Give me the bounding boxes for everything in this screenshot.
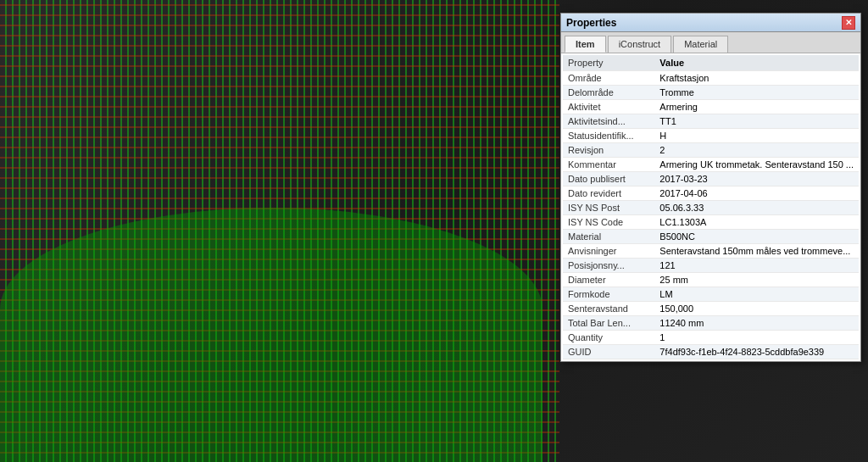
value-cell: 150,000 [654, 302, 859, 316]
property-cell: Dato revidert [563, 186, 654, 201]
value-cell: B500NC [654, 230, 859, 244]
table-row: Posisjonsnу...121 [563, 259, 859, 273]
table-row: Quantity1 [563, 331, 859, 345]
table-row: OmrådeKraftstasjon [563, 71, 859, 86]
table-row: KommentarArmering UK trommetak. Senterav… [563, 158, 859, 172]
panel-content: Property Value OmrådeKraftstasjonDelområ… [561, 53, 860, 361]
property-col-header: Property [563, 55, 654, 71]
value-cell: 2017-04-06 [654, 186, 859, 201]
table-row: AktivitetArmering [563, 100, 859, 114]
value-cell: LM [654, 287, 859, 302]
table-row: DelområdeTromme [563, 86, 859, 100]
property-cell: GUID [563, 345, 654, 359]
value-cell: 05.06.3.33 [654, 201, 859, 215]
table-row: ISY NS Post05.06.3.33 [563, 201, 859, 215]
table-row: FormkodeLM [563, 287, 859, 302]
property-cell: Senteravstand [563, 302, 654, 316]
value-cell: Senteravstand 150mm måles ved trommeve..… [654, 244, 859, 259]
tab-item[interactable]: Item [565, 36, 606, 53]
property-cell: Dato publisert [563, 172, 654, 186]
property-cell: Statusidentifik... [563, 129, 654, 143]
value-cell: 121 [654, 259, 859, 273]
close-button[interactable]: ✕ [842, 16, 855, 30]
green-structure [0, 208, 542, 462]
value-cell: H [654, 129, 859, 143]
value-cell: Armering [654, 100, 859, 114]
property-cell: Anvisninger [563, 244, 654, 259]
properties-table: Property Value OmrådeKraftstasjonDelområ… [563, 55, 859, 359]
table-row: Diameter25 mm [563, 273, 859, 287]
table-row: Statusidentifik...H [563, 129, 859, 143]
table-header-row: Property Value [563, 55, 859, 71]
value-cell: LC1.1303A [654, 215, 859, 230]
tab-iconstruct[interactable]: iConstruct [608, 36, 672, 53]
table-row: ISY NS CodeLC1.1303A [563, 215, 859, 230]
value-col-header: Value [654, 55, 859, 71]
table-row: Aktivitetsind...TT1 [563, 114, 859, 129]
value-cell: TT1 [654, 114, 859, 129]
viewport: Properties ✕ Item iConstruct Material Pr… [0, 0, 868, 462]
value-cell: Armering UK trommetak. Senteravstand 150… [654, 158, 859, 172]
properties-panel: Properties ✕ Item iConstruct Material Pr… [560, 13, 861, 362]
property-cell: Aktivitet [563, 100, 654, 114]
property-cell: Revisjon [563, 143, 654, 158]
property-cell: Material [563, 230, 654, 244]
value-cell: Kraftstasjon [654, 71, 859, 86]
value-cell: 7f4df93c-f1eb-4f24-8823-5cddbfa9e339 [654, 345, 859, 359]
table-row: GUID7f4df93c-f1eb-4f24-8823-5cddbfa9e339 [563, 345, 859, 359]
property-cell: Område [563, 71, 654, 86]
table-row: AnvisningerSenteravstand 150mm måles ved… [563, 244, 859, 259]
value-cell: 25 mm [654, 273, 859, 287]
panel-title: Properties [566, 17, 616, 29]
property-cell: Diameter [563, 273, 654, 287]
property-cell: Aktivitetsind... [563, 114, 654, 129]
value-cell: 2 [654, 143, 859, 158]
table-row: Revisjon2 [563, 143, 859, 158]
value-cell: Tromme [654, 86, 859, 100]
panel-titlebar: Properties ✕ [561, 14, 860, 32]
table-row: Dato publisert2017-03-23 [563, 172, 859, 186]
property-cell: Kommentar [563, 158, 654, 172]
property-cell: Quantity [563, 331, 654, 345]
property-cell: Formkode [563, 287, 654, 302]
table-row: Senteravstand150,000 [563, 302, 859, 316]
property-cell: Delområde [563, 86, 654, 100]
panel-tabs: Item iConstruct Material [561, 32, 860, 53]
value-cell: 2017-03-23 [654, 172, 859, 186]
value-cell: 1 [654, 331, 859, 345]
table-row: MaterialB500NC [563, 230, 859, 244]
property-cell: ISY NS Code [563, 215, 654, 230]
property-cell: ISY NS Post [563, 201, 654, 215]
property-cell: Posisjonsnу... [563, 259, 654, 273]
table-row: Dato revidert2017-04-06 [563, 186, 859, 201]
tab-material[interactable]: Material [673, 36, 728, 53]
table-row: Total Bar Len...11240 mm [563, 316, 859, 331]
property-cell: Total Bar Len... [563, 316, 654, 331]
value-cell: 11240 mm [654, 316, 859, 331]
